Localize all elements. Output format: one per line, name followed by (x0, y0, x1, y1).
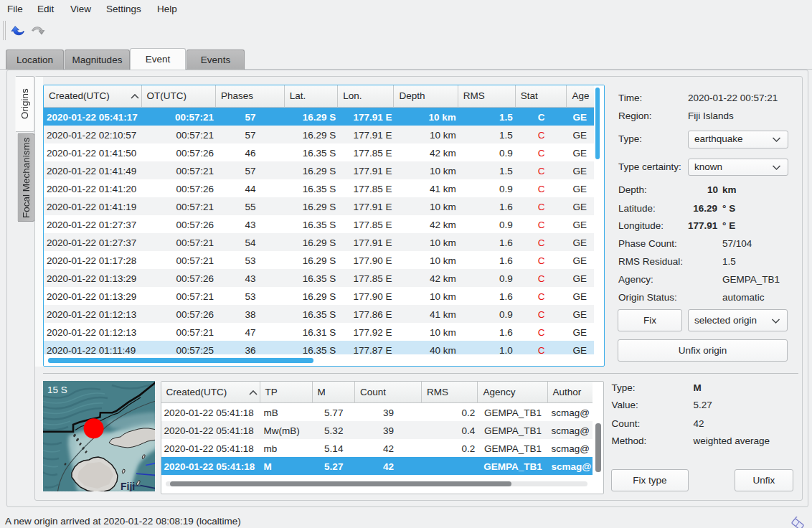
svg-text:Fiji: Fiji (121, 481, 135, 492)
svg-text:15 S: 15 S (47, 385, 67, 395)
